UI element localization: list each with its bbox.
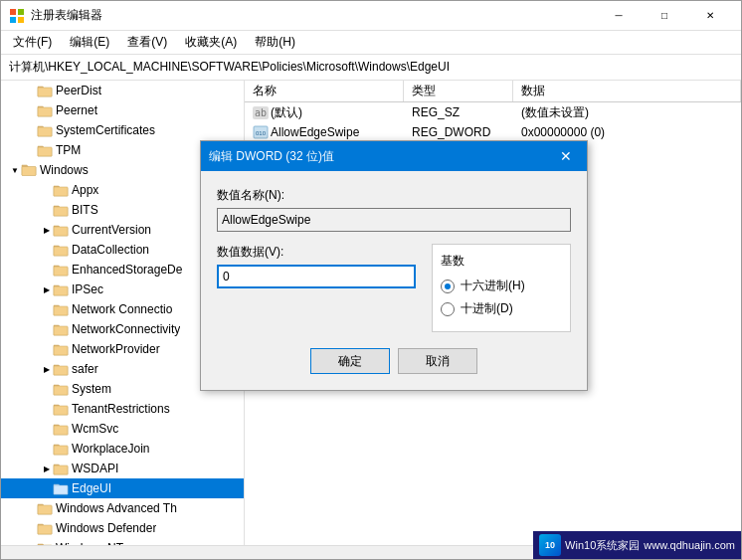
value-base-row: 数值数据(V): 基数 十六进制(H) [217,244,571,332]
dword-icon: 010 [253,125,269,139]
close-button[interactable]: ✕ [687,1,733,31]
folder-icon [53,382,69,396]
tree-label: Network Connectio [72,302,172,316]
col-header-data: 数据 [513,81,741,101]
folder-icon [53,322,69,336]
svg-rect-21 [54,426,68,435]
tree-item-windowsadvanced[interactable]: ▶ Windows Advanced Th [1,498,244,518]
title-bar: 注册表编辑器 ─ □ ✕ [1,1,741,31]
address-bar: 计算机\HKEY_LOCAL_MACHINE\SOFTWARE\Policies… [1,55,741,81]
svg-rect-24 [54,485,68,494]
radio-hex[interactable] [441,280,455,293]
svg-rect-16 [54,326,68,335]
menu-edit[interactable]: 编辑(E) [62,32,117,53]
data-input[interactable] [217,265,416,288]
reg-name-label: (默认) [271,104,302,121]
base-title: 基数 [441,253,562,270]
svg-rect-22 [54,446,68,455]
svg-rect-3 [18,17,24,23]
tree-item-wsdapi[interactable]: ▶ WSDAPI [1,459,244,478]
tree-label: EnhancedStorageDe [72,263,182,277]
menu-favorites[interactable]: 收藏夹(A) [177,32,245,53]
tree-label: WSDAPI [72,462,118,475]
folder-icon [37,143,53,157]
ab-icon: ab [253,106,269,119]
folder-icon [21,163,37,177]
svg-rect-1 [18,9,24,15]
minimize-button[interactable]: ─ [596,1,642,31]
svg-rect-0 [10,9,16,15]
registry-row-allowedgeswipe[interactable]: 010 AllowEdgeSwipe REG_DWORD 0x00000000 … [245,122,741,142]
registry-row-default[interactable]: ab (默认) REG_SZ (数值未设置) [245,102,741,122]
menu-bar: 文件(F) 编辑(E) 查看(V) 收藏夹(A) 帮助(H) [1,31,741,55]
tree-label: Windows [40,163,89,177]
svg-rect-17 [54,346,68,355]
reg-name-label: AllowEdgeSwipe [271,125,359,139]
radio-inner [445,283,451,289]
svg-rect-19 [54,386,68,395]
svg-rect-12 [54,247,68,256]
folder-icon [37,501,53,515]
folder-icon [53,462,69,475]
tree-item-workplacejoin[interactable]: ▶ WorkplaceJoin [1,439,244,459]
dialog-title-bar: 编辑 DWORD (32 位)值 ✕ [201,141,587,171]
cancel-button[interactable]: 取消 [398,348,477,374]
tree-item-windowsnt[interactable]: ▶ Windows NT [1,538,244,545]
tree-label: TenantRestrictions [72,402,170,416]
ok-button[interactable]: 确定 [310,348,390,374]
maximize-button[interactable]: □ [642,1,687,31]
reg-cell-name: 010 AllowEdgeSwipe [245,125,404,139]
tree-label: NetworkProvider [72,342,160,356]
expand-arrow: ▶ [41,463,53,474]
reg-cell-data: (数值未设置) [513,104,741,121]
app-icon [9,8,25,24]
folder-icon [53,223,69,237]
svg-rect-7 [38,147,52,156]
value-col: 数值数据(V): [217,244,416,332]
reg-cell-type: REG_SZ [404,105,513,119]
svg-rect-26 [38,525,52,534]
svg-rect-18 [54,366,68,375]
tree-label: TPM [56,143,81,157]
reg-cell-type: REG_DWORD [404,125,513,139]
tree-item-wcmsvc[interactable]: ▶ WcmSvc [1,419,244,439]
tree-label: BITS [72,203,98,217]
svg-rect-14 [54,286,68,295]
watermark-logo-text: 10 [545,540,555,550]
menu-help[interactable]: 帮助(H) [247,32,303,53]
svg-rect-8 [22,167,36,176]
dialog-body: 数值名称(N): 数值数据(V): 基数 [201,171,587,390]
radio-hex-row[interactable]: 十六进制(H) [441,278,562,294]
tree-label: Windows Advanced Th [56,501,177,515]
menu-view[interactable]: 查看(V) [119,32,175,53]
tree-item-edgeui[interactable]: ▶ EdgeUI [1,478,244,498]
svg-rect-10 [54,207,68,216]
data-label: 数值数据(V): [217,244,416,261]
dialog-buttons: 确定 取消 [217,348,571,374]
tree-label: DataCollection [72,243,149,257]
value-input-container [217,265,416,288]
folder-icon [53,282,69,296]
radio-decimal[interactable] [441,302,455,316]
folder-icon [53,203,69,217]
tree-item-tenantrestrictions[interactable]: ▶ TenantRestrictions [1,399,244,419]
folder-icon [53,442,69,456]
dialog-close-button[interactable]: ✕ [553,145,579,167]
tree-item-systemcerts[interactable]: ▶ SystemCertificates [1,120,244,140]
menu-file[interactable]: 文件(F) [5,32,60,53]
svg-rect-23 [54,466,68,474]
tree-item-peerdist[interactable]: ▶ PeerDist [1,81,244,100]
folder-icon [37,521,53,535]
radio-decimal-row[interactable]: 十进制(D) [441,300,562,317]
radio-hex-label: 十六进制(H) [461,278,525,294]
window-controls: ─ □ ✕ [596,1,733,31]
folder-icon [53,402,69,416]
base-col: 基数 十六进制(H) 十进制(D) [432,244,571,332]
tree-item-windowsdefender[interactable]: ▶ Windows Defender [1,518,244,538]
svg-rect-6 [38,127,52,136]
tree-item-peernet[interactable]: ▶ Peernet [1,100,244,120]
folder-icon [53,481,69,495]
watermark-text: Win10系统家园 [565,538,640,553]
tree-label: SystemCertificates [56,123,155,137]
folder-icon [53,342,69,356]
